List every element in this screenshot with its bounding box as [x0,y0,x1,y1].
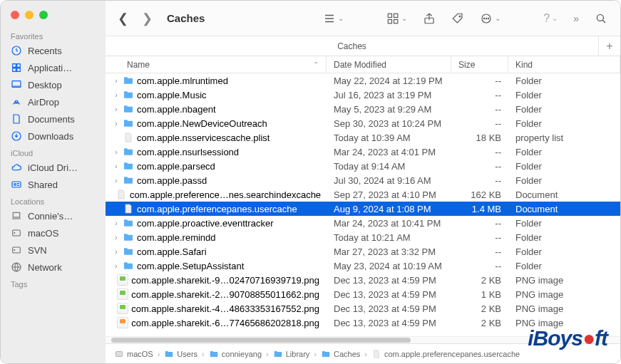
new-tab-button[interactable]: + [599,36,620,56]
file-row[interactable]: com.apple.sharekit.-2…90708855011662.png… [106,287,620,301]
disclosure-icon[interactable]: › [113,148,120,156]
path-bar[interactable]: macOS›Users›connieyang›Library›Caches›co… [106,343,620,363]
png-icon [117,274,128,286]
file-kind: Document [508,204,620,214]
svg-rect-18 [389,19,392,23]
disclosure-icon[interactable]: › [113,219,120,227]
download-icon [11,130,22,142]
disclosure-icon[interactable]: › [113,248,120,256]
file-row[interactable]: ›com.apple.NewDeviceOutreach Sep 30, 202… [106,116,620,130]
close-window-button[interactable] [11,11,19,19]
file-size: -- [451,76,508,86]
sidebar-item[interactable]: Connie's… [1,207,106,224]
back-button[interactable]: ❮ [114,11,131,26]
png-icon [117,288,128,300]
svg-rect-28 [116,351,122,356]
file-row[interactable]: com.apple.preferencepanes.usercache Aug … [106,202,620,216]
svg-rect-5 [12,182,21,187]
sidebar-item[interactable]: Network [1,259,106,276]
disclosure-icon[interactable]: › [113,120,120,128]
sidebar-item[interactable]: AirDrop [1,93,106,110]
maximize-window-button[interactable] [39,11,48,19]
path-segment[interactable]: connieyang [209,349,262,359]
disclosure-icon[interactable]: › [113,105,120,113]
sidebar-item[interactable]: macOS [1,224,106,241]
file-row[interactable]: ›com.apple.remindd Today at 10:21 AM -- … [106,230,620,244]
share-icon[interactable] [419,12,440,25]
file-list[interactable]: ›com.apple.mlruntimed May 22, 2024 at 12… [106,73,620,343]
minimize-window-button[interactable] [25,11,34,19]
sidebar-item-label: Connie's… [28,211,73,222]
column-header-name[interactable]: Name⌃ [106,56,327,73]
column-header-kind[interactable]: Kind [508,56,620,73]
disclosure-icon[interactable]: › [113,162,120,170]
file-row[interactable]: ›com.apple.proactive.eventtracker Mar 24… [106,216,620,230]
group-by-icon[interactable]: ⌄ [382,12,411,25]
sidebar-section-header: Locations [1,193,106,207]
file-row[interactable]: ›com.apple.Safari Mar 27, 2023 at 3:32 P… [106,244,620,259]
clock-icon [11,45,22,56]
disk-icon [114,349,124,359]
sidebar-item[interactable]: Documents [1,110,106,128]
file-date: Sep 30, 2023 at 10:24 PM [327,118,451,129]
png-icon [117,303,128,314]
help-icon[interactable]: ?⌄ [539,12,562,25]
sidebar-item[interactable]: SVN [1,241,106,259]
tab-caches[interactable]: Caches [106,36,599,56]
file-row[interactable]: com.apple.sharekit.-4…48633353167552.png… [106,301,620,316]
sidebar-item-label: Applicati… [28,63,72,73]
disclosure-icon[interactable]: › [113,77,120,85]
search-icon[interactable] [590,12,612,25]
file-kind: Folder [508,118,620,129]
svg-point-24 [486,18,487,19]
sidebar-item[interactable]: Desktop [1,76,106,93]
sidebar-item[interactable]: Downloads [1,128,106,145]
sidebar-item[interactable]: Shared [1,176,106,193]
file-size: -- [451,218,508,229]
tags-icon[interactable] [447,12,468,25]
apps-icon [11,62,22,73]
path-segment[interactable]: Users [164,349,197,359]
folder-icon [123,246,134,257]
more-actions-icon[interactable]: ⌄ [476,12,505,25]
column-header-size[interactable]: Size [451,56,508,73]
file-row[interactable]: com.apple.sharekit.-6…77465686202818.png… [106,316,620,330]
sidebar-item[interactable]: iCloud Dri… [1,159,106,176]
path-segment[interactable]: com.apple.preferencepanes.usercache [371,349,520,359]
doc-icon [11,113,22,125]
disclosure-icon[interactable]: › [113,234,120,241]
svg-point-11 [14,249,15,250]
file-size: -- [451,232,508,243]
file-row[interactable]: ›com.apple.Music Jul 16, 2023 at 3:19 PM… [106,88,620,102]
sidebar-item[interactable]: Applicati… [1,59,106,76]
svg-point-6 [14,184,16,186]
file-row[interactable]: ›com.apple.nbagent May 5, 2023 at 9:29 A… [106,102,620,116]
path-segment[interactable]: macOS [114,349,153,359]
path-segment[interactable]: Library [273,349,310,359]
file-kind: PNG image [508,275,620,286]
file-row[interactable]: ›com.apple.mlruntimed May 22, 2024 at 12… [106,73,620,88]
disclosure-icon[interactable]: › [113,262,120,270]
path-segment[interactable]: Caches [321,349,360,359]
column-header-date[interactable]: Date Modified [327,56,451,73]
chevron-collapse-icon[interactable]: » [569,13,583,24]
file-date: Dec 13, 2023 at 4:59 PM [327,275,451,286]
file-row[interactable]: com.apple.sharekit.-9…02470716939719.png… [106,273,620,287]
folder-icon [123,75,134,86]
svg-point-26 [597,14,603,21]
file-row[interactable]: ›com.apple.nsurlsessiond Mar 24, 2023 at… [106,145,620,159]
forward-button[interactable]: ❯ [138,11,155,26]
document-icon [116,189,127,200]
file-row[interactable]: ›com.apple.parsecd Today at 9:14 AM -- F… [106,159,620,173]
file-row[interactable]: ›com.apple.SetupAssistant May 23, 2024 a… [106,259,620,273]
disclosure-icon[interactable]: › [113,177,120,184]
file-row[interactable]: com.apple.nsservicescache.plist Today at… [106,130,620,145]
file-row[interactable]: com.apple.preference…nes.searchindexcach… [106,187,620,202]
file-date: Jul 16, 2023 at 3:19 PM [327,90,451,100]
sidebar-item[interactable]: Recents [1,42,106,59]
file-row[interactable]: ›com.apple.passd Jul 30, 2024 at 9:16 AM… [106,173,620,187]
disclosure-icon[interactable]: › [113,91,120,99]
horizontal-scrollbar[interactable] [106,336,620,343]
sidebar[interactable]: FavoritesRecentsApplicati…DesktopAirDrop… [1,1,106,363]
view-mode-list-icon[interactable]: ⌄ [319,12,348,25]
